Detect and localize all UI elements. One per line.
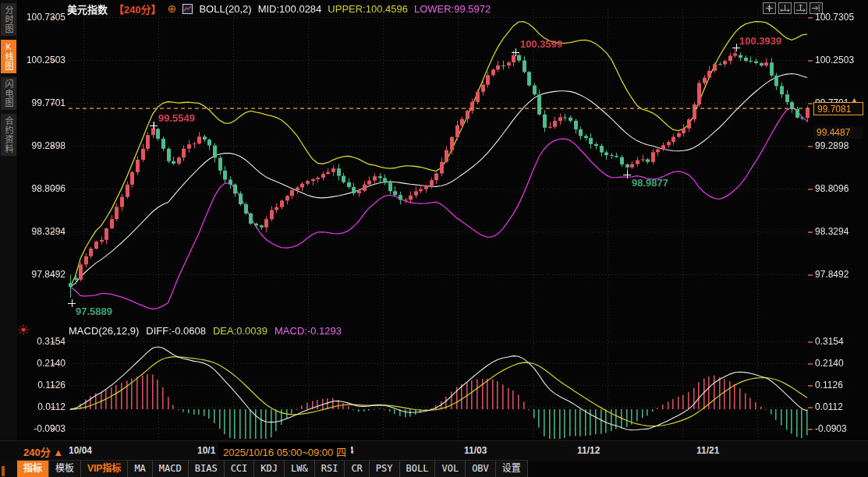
macd-tick-left: 0.2140 (19, 357, 66, 369)
macd-diff-value: DIFF:-0.0608 (146, 325, 206, 337)
macd-tick-left: 0.1126 (19, 379, 66, 391)
toolbar-item-MA[interactable]: MA (128, 461, 152, 477)
time-tick: 11/03 (464, 445, 487, 456)
toolbar-item-CCI[interactable]: CCI (225, 461, 255, 477)
toolbar-item-PSY[interactable]: PSY (370, 461, 400, 477)
extreme-annotation: 97.5889 (76, 306, 112, 317)
chart-header: 美元指数 【240分】 ⊕ BOLL(20,2) MID:100.0284 UP… (67, 2, 491, 15)
macd-tick-right: -0.0903 (815, 422, 862, 435)
price-tick-left: 98.8096 (19, 182, 66, 195)
toolbar-item-VOL[interactable]: VOL (435, 461, 466, 477)
toolbar-accent (2, 466, 5, 476)
crosshair-time-tooltip: 2025/10/16 05:00~09:00 四 (218, 443, 351, 461)
extreme-annotation: 99.5549 (158, 112, 195, 124)
period-text: 240分 (23, 447, 51, 458)
toolbar-item-LW&[interactable]: LW& (285, 461, 315, 477)
macd-tick-right: 0.2140 (815, 357, 862, 369)
main-chart-canvas[interactable] (17, 0, 868, 440)
toolbar-item-CR[interactable]: CR (345, 461, 369, 477)
indicator-toolbar: 指标模板VIP指标MAMACDBIASCCIKDJLW&RSICRPSYBOLL… (17, 460, 528, 477)
sidebar: 分时图K线图闪电图合约资料 (0, 0, 17, 477)
macd-tick-right: 0.0112 (815, 401, 862, 413)
macd-tick-right: 0.3154 (815, 335, 862, 348)
boll-lower-value: LOWER:99.5972 (414, 3, 491, 15)
secondary-price-tag: 99.4487 (813, 126, 863, 139)
sidebar-item-1[interactable]: 分时图 (1, 3, 16, 36)
price-tick-left: 99.2898 (19, 140, 66, 152)
time-tick: 11/12 (577, 445, 600, 456)
pan-icon[interactable] (763, 2, 776, 14)
instrument-title: 美元指数 (67, 2, 108, 16)
toolbar-item-BIAS[interactable]: BIAS (189, 461, 225, 477)
period-label[interactable]: 【240分】 (114, 2, 161, 16)
price-tick-right: 97.8492 (815, 268, 862, 281)
time-tick: 11/21 (696, 445, 719, 456)
toolbar-item-BOLL[interactable]: BOLL (400, 461, 436, 477)
price-tick-left: 98.3294 (19, 225, 66, 238)
macd-label: MACD(26,12,9) (69, 325, 139, 337)
price-tick-right: 100.2503 (815, 54, 862, 66)
trading-app-window: 分时图K线图闪电图合约资料 美元指数 【240分】 ⊕ BOLL(20,2) M… (0, 0, 868, 477)
boll-mid-value: MID:100.0284 (258, 3, 322, 15)
current-price-tag: 99.7081 (813, 102, 863, 115)
extreme-annotation: 100.3599 (520, 38, 562, 50)
sidebar-item-4[interactable]: 合约资料 (1, 114, 16, 156)
toolbar-item-RSI[interactable]: RSI (315, 461, 345, 477)
price-tick-right: 98.3294 (815, 225, 862, 238)
macd-tick-right: 0.1126 (815, 379, 862, 391)
boll-label: BOLL(20,2) (199, 3, 251, 15)
toolbar-item-MACD[interactable]: MACD (153, 461, 189, 477)
macd-tick-left: 0.3154 (19, 335, 66, 348)
extreme-annotation: 100.3939 (739, 35, 781, 47)
price-tick-right: 99.2898 (815, 140, 862, 152)
scale-y-icon[interactable] (794, 2, 807, 14)
macd-dea-value: DEA:0.0039 (213, 325, 267, 337)
time-tick: 10/1 (197, 445, 215, 456)
chart-tool-icons (763, 2, 823, 14)
toolbar-item-VIP指标[interactable]: VIP指标 (81, 461, 128, 477)
toolbar-item-模板[interactable]: 模板 (49, 461, 81, 477)
crosshair-target-icon[interactable]: ⊕ (168, 3, 177, 14)
scale-x-icon[interactable] (778, 2, 792, 14)
price-tick-left: 99.7701 (19, 97, 66, 109)
price-tick-left: 97.8492 (19, 268, 66, 281)
line-chart-icon[interactable] (182, 4, 193, 14)
sidebar-item-3[interactable]: 闪电图 (1, 77, 16, 110)
price-tick-left: 100.2503 (19, 54, 66, 66)
period-arrow-icon: ▲ (53, 447, 63, 458)
price-tick-left: 100.7305 (19, 11, 66, 23)
toolbar-item-OBV[interactable]: OBV (466, 461, 496, 477)
price-tick-right: 100.7305 (815, 11, 862, 23)
time-axis: 240分 ▲ 10/0410/12411/0311/1211/21 2025/1… (0, 440, 868, 461)
toolbar-item-设置[interactable]: 设置 (496, 461, 528, 477)
price-tick-right: 98.8096 (815, 182, 862, 195)
time-tick: 10/04 (69, 445, 92, 456)
macd-header: MACD(26,12,9) DIFF:-0.0608 DEA:0.0039 MA… (69, 324, 342, 337)
hot-indicator-icon (18, 324, 29, 335)
toolbar-item-指标[interactable]: 指标 (17, 461, 49, 477)
boll-upper-value: UPPER:100.4596 (328, 3, 408, 15)
macd-tick-left: 0.0112 (19, 401, 66, 413)
sidebar-item-2[interactable]: K线图 (1, 40, 16, 73)
macd-tick-left: -0.0903 (19, 422, 66, 435)
macd-macd-value: MACD:-0.1293 (275, 325, 342, 337)
period-selector[interactable]: 240分 ▲ (23, 444, 63, 459)
toolbar-item-KDJ[interactable]: KDJ (254, 461, 285, 477)
extreme-annotation: 98.9877 (632, 177, 668, 189)
